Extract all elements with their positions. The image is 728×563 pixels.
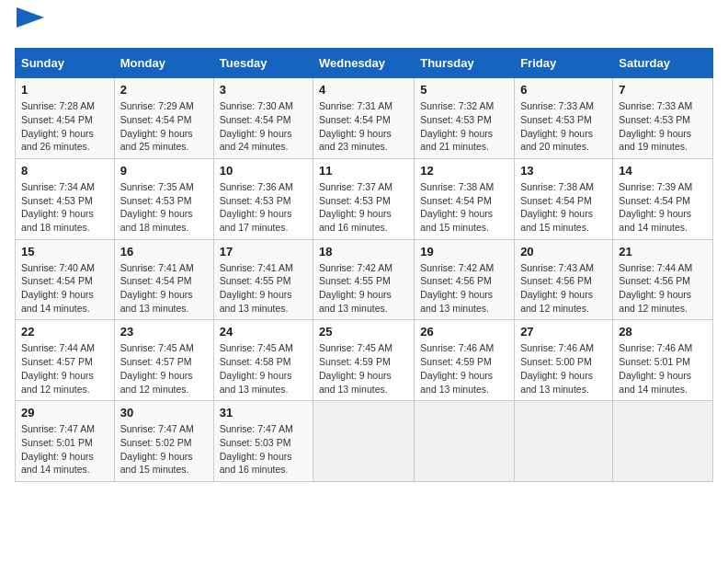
day-number: 4	[319, 83, 408, 97]
calendar-cell: 12 Sunrise: 7:38 AMSunset: 4:54 PMDaylig…	[415, 158, 515, 239]
day-info: Sunrise: 7:37 AMSunset: 4:53 PMDaylight:…	[319, 180, 408, 235]
calendar-cell: 3 Sunrise: 7:30 AMSunset: 4:54 PMDayligh…	[213, 78, 313, 159]
calendar-cell	[415, 401, 515, 482]
day-info: Sunrise: 7:32 AMSunset: 4:53 PMDaylight:…	[420, 99, 508, 154]
calendar-week-row: 8 Sunrise: 7:34 AMSunset: 4:53 PMDayligh…	[16, 158, 713, 239]
day-number: 25	[319, 325, 408, 339]
day-number: 29	[21, 406, 108, 419]
calendar-cell: 5 Sunrise: 7:32 AMSunset: 4:53 PMDayligh…	[415, 78, 515, 159]
day-info: Sunrise: 7:30 AMSunset: 4:54 PMDaylight:…	[220, 99, 307, 154]
day-info: Sunrise: 7:44 AMSunset: 4:56 PMDaylight:…	[619, 261, 707, 316]
day-info: Sunrise: 7:45 AMSunset: 4:58 PMDaylight:…	[220, 341, 307, 396]
day-info: Sunrise: 7:36 AMSunset: 4:53 PMDaylight:…	[220, 180, 307, 235]
day-info: Sunrise: 7:38 AMSunset: 4:54 PMDaylight:…	[420, 180, 508, 235]
calendar-cell: 6 Sunrise: 7:33 AMSunset: 4:53 PMDayligh…	[515, 78, 613, 159]
day-info: Sunrise: 7:39 AMSunset: 4:54 PMDaylight:…	[619, 180, 707, 235]
day-info: Sunrise: 7:41 AMSunset: 4:54 PMDaylight:…	[120, 261, 208, 316]
day-info: Sunrise: 7:44 AMSunset: 4:57 PMDaylight:…	[21, 341, 108, 396]
day-number: 12	[420, 164, 508, 178]
day-number: 26	[420, 325, 508, 339]
day-info: Sunrise: 7:45 AMSunset: 4:57 PMDaylight:…	[120, 341, 208, 396]
day-info: Sunrise: 7:31 AMSunset: 4:54 PMDaylight:…	[319, 99, 408, 154]
day-number: 15	[21, 245, 108, 259]
page-header	[15, 15, 713, 37]
calendar-cell: 19 Sunrise: 7:42 AMSunset: 4:56 PMDaylig…	[415, 239, 515, 320]
day-number: 27	[520, 325, 607, 339]
day-number: 1	[21, 83, 108, 97]
calendar-cell: 21 Sunrise: 7:44 AMSunset: 4:56 PMDaylig…	[613, 239, 713, 320]
calendar-cell: 16 Sunrise: 7:41 AMSunset: 4:54 PMDaylig…	[114, 239, 213, 320]
calendar-cell: 9 Sunrise: 7:35 AMSunset: 4:53 PMDayligh…	[114, 158, 213, 239]
day-number: 16	[120, 245, 208, 259]
calendar-week-row: 22 Sunrise: 7:44 AMSunset: 4:57 PMDaylig…	[16, 320, 713, 401]
day-info: Sunrise: 7:47 AMSunset: 5:03 PMDaylight:…	[220, 422, 307, 477]
calendar-cell: 1 Sunrise: 7:28 AMSunset: 4:54 PMDayligh…	[16, 78, 115, 159]
calendar-cell: 28 Sunrise: 7:46 AMSunset: 5:01 PMDaylig…	[613, 320, 713, 401]
day-number: 20	[520, 245, 607, 259]
calendar-cell: 29 Sunrise: 7:47 AMSunset: 5:01 PMDaylig…	[16, 401, 115, 482]
day-number: 23	[120, 325, 208, 339]
day-number: 14	[619, 164, 707, 178]
calendar-cell: 4 Sunrise: 7:31 AMSunset: 4:54 PMDayligh…	[313, 78, 415, 159]
calendar-cell: 20 Sunrise: 7:43 AMSunset: 4:56 PMDaylig…	[515, 239, 613, 320]
day-number: 17	[220, 245, 307, 259]
day-info: Sunrise: 7:46 AMSunset: 5:01 PMDaylight:…	[619, 341, 707, 396]
calendar-header-thursday: Thursday	[415, 49, 515, 78]
day-number: 24	[220, 325, 307, 339]
calendar-week-row: 15 Sunrise: 7:40 AMSunset: 4:54 PMDaylig…	[16, 239, 713, 320]
day-info: Sunrise: 7:34 AMSunset: 4:53 PMDaylight:…	[21, 180, 108, 235]
day-number: 22	[21, 325, 108, 339]
day-number: 28	[619, 325, 707, 339]
day-number: 21	[619, 245, 707, 259]
calendar-header-row: SundayMondayTuesdayWednesdayThursdayFrid…	[16, 49, 713, 78]
calendar-cell: 15 Sunrise: 7:40 AMSunset: 4:54 PMDaylig…	[16, 239, 115, 320]
calendar-table: SundayMondayTuesdayWednesdayThursdayFrid…	[15, 48, 713, 482]
calendar-cell: 10 Sunrise: 7:36 AMSunset: 4:53 PMDaylig…	[213, 158, 313, 239]
calendar-cell: 25 Sunrise: 7:45 AMSunset: 4:59 PMDaylig…	[313, 320, 415, 401]
calendar-cell	[515, 401, 613, 482]
calendar-cell	[613, 401, 713, 482]
day-number: 5	[420, 83, 508, 97]
calendar-cell: 23 Sunrise: 7:45 AMSunset: 4:57 PMDaylig…	[114, 320, 213, 401]
calendar-cell: 22 Sunrise: 7:44 AMSunset: 4:57 PMDaylig…	[16, 320, 115, 401]
calendar-cell: 13 Sunrise: 7:38 AMSunset: 4:54 PMDaylig…	[515, 158, 613, 239]
day-number: 3	[220, 83, 307, 97]
day-number: 8	[21, 164, 108, 178]
day-info: Sunrise: 7:28 AMSunset: 4:54 PMDaylight:…	[21, 99, 108, 154]
calendar-cell: 17 Sunrise: 7:41 AMSunset: 4:55 PMDaylig…	[213, 239, 313, 320]
logo-icon	[17, 7, 44, 28]
calendar-header-sunday: Sunday	[16, 49, 115, 78]
day-info: Sunrise: 7:46 AMSunset: 4:59 PMDaylight:…	[420, 341, 508, 396]
day-info: Sunrise: 7:47 AMSunset: 5:01 PMDaylight:…	[21, 422, 108, 477]
calendar-cell: 14 Sunrise: 7:39 AMSunset: 4:54 PMDaylig…	[613, 158, 713, 239]
calendar-header-wednesday: Wednesday	[313, 49, 415, 78]
day-info: Sunrise: 7:45 AMSunset: 4:59 PMDaylight:…	[319, 341, 408, 396]
day-info: Sunrise: 7:35 AMSunset: 4:53 PMDaylight:…	[120, 180, 208, 235]
calendar-cell: 11 Sunrise: 7:37 AMSunset: 4:53 PMDaylig…	[313, 158, 415, 239]
calendar-cell	[313, 401, 415, 482]
calendar-header-saturday: Saturday	[613, 49, 713, 78]
day-info: Sunrise: 7:33 AMSunset: 4:53 PMDaylight:…	[619, 99, 707, 154]
day-info: Sunrise: 7:42 AMSunset: 4:56 PMDaylight:…	[420, 261, 508, 316]
day-number: 10	[220, 164, 307, 178]
calendar-cell: 7 Sunrise: 7:33 AMSunset: 4:53 PMDayligh…	[613, 78, 713, 159]
day-number: 2	[120, 83, 208, 97]
day-number: 30	[120, 406, 208, 419]
calendar-header-tuesday: Tuesday	[213, 49, 313, 78]
calendar-week-row: 29 Sunrise: 7:47 AMSunset: 5:01 PMDaylig…	[16, 401, 713, 482]
calendar-cell: 31 Sunrise: 7:47 AMSunset: 5:03 PMDaylig…	[213, 401, 313, 482]
day-info: Sunrise: 7:41 AMSunset: 4:55 PMDaylight:…	[220, 261, 307, 316]
day-info: Sunrise: 7:33 AMSunset: 4:53 PMDaylight:…	[520, 99, 607, 154]
calendar-cell: 2 Sunrise: 7:29 AMSunset: 4:54 PMDayligh…	[114, 78, 213, 159]
day-info: Sunrise: 7:38 AMSunset: 4:54 PMDaylight:…	[520, 180, 607, 235]
day-info: Sunrise: 7:43 AMSunset: 4:56 PMDaylight:…	[520, 261, 607, 316]
calendar-cell: 24 Sunrise: 7:45 AMSunset: 4:58 PMDaylig…	[213, 320, 313, 401]
calendar-cell: 18 Sunrise: 7:42 AMSunset: 4:55 PMDaylig…	[313, 239, 415, 320]
day-info: Sunrise: 7:40 AMSunset: 4:54 PMDaylight:…	[21, 261, 108, 316]
day-number: 31	[220, 406, 307, 419]
day-number: 19	[420, 245, 508, 259]
day-number: 13	[520, 164, 607, 178]
calendar-week-row: 1 Sunrise: 7:28 AMSunset: 4:54 PMDayligh…	[16, 78, 713, 159]
calendar-header-monday: Monday	[114, 49, 213, 78]
day-number: 11	[319, 164, 408, 178]
